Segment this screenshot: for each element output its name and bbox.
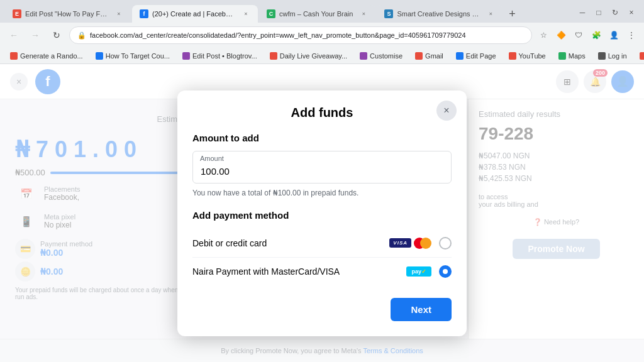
menu-icon[interactable]: ⋮ xyxy=(624,28,639,43)
extensions-icon[interactable]: 🔶 xyxy=(553,28,569,43)
add-funds-modal: Add funds × Amount to add Amount You now… xyxy=(177,90,467,336)
address-bar-row: ← → ↻ 🔒 facebook.com/ad_center/create/co… xyxy=(0,23,644,48)
bookmark-youtube-1[interactable]: YouTube xyxy=(504,51,551,61)
bookmark-label: Log in xyxy=(608,52,627,60)
maximize-button[interactable]: □ xyxy=(591,5,606,20)
tab-2[interactable]: f (20+) Create ad | Facebook × xyxy=(132,5,258,23)
mc-circle-right xyxy=(420,238,431,249)
card-badges: VISA xyxy=(389,238,431,249)
tab-4-title: Smart Creative Designs – Just an... xyxy=(397,10,480,18)
minimize-button[interactable]: ─ xyxy=(575,5,590,20)
bookmark-login[interactable]: Log in xyxy=(593,51,632,61)
tab-2-favicon: f xyxy=(140,9,148,18)
tab-4-close[interactable]: × xyxy=(486,9,495,18)
bookmark-favicon xyxy=(640,52,644,60)
tab-2-close[interactable]: × xyxy=(242,9,250,18)
bookmark-label: Daily Live Giveaway... xyxy=(280,52,347,60)
tab-3[interactable]: C cwfm – Cash Your Brain × xyxy=(259,5,375,23)
bookmark-favicon xyxy=(360,52,367,60)
naira-payment-radio[interactable] xyxy=(439,265,452,278)
bookmark-favicon xyxy=(96,52,103,60)
bookmark-target[interactable]: How To Target Cou... xyxy=(91,51,175,61)
modal-overlay: Add funds × Amount to add Amount You now… xyxy=(0,64,644,362)
amount-section-label: Amount to add xyxy=(192,133,452,143)
profile-icon[interactable]: 👤 xyxy=(606,28,621,43)
payment-section-label: Add payment method xyxy=(192,210,452,221)
bookmark-label: Gmail xyxy=(425,52,443,60)
tab-1[interactable]: E Edit Post "How To Pay For Faceb... × xyxy=(5,5,131,23)
tab-2-title: (20+) Create ad | Facebook xyxy=(152,10,235,18)
address-text: facebook.com/ad_center/create/consolidat… xyxy=(90,31,466,39)
bookmark-gmail-2[interactable]: Gmail xyxy=(635,51,644,61)
bookmark-favicon xyxy=(509,52,516,60)
bookmark-label: YouTube xyxy=(519,52,546,60)
bookmark-favicon xyxy=(270,52,277,60)
bookmark-editpost[interactable]: Edit Post • Blogtrov... xyxy=(177,51,262,61)
tab-3-favicon: C xyxy=(267,9,275,18)
reload-page-button[interactable]: ↻ xyxy=(48,26,65,44)
next-button[interactable]: Next xyxy=(391,298,452,321)
tab-3-title: cwfm – Cash Your Brain xyxy=(279,10,353,18)
bookmark-favicon xyxy=(558,52,566,60)
bookmark-favicon xyxy=(10,52,18,60)
tab-3-close[interactable]: × xyxy=(359,9,368,18)
bookmark-label: Generate a Rando... xyxy=(20,52,83,60)
bookmark-label: Customise xyxy=(370,52,402,60)
window-controls: ─ □ ↻ × xyxy=(575,5,639,23)
bookmark-gmail-1[interactable]: Gmail xyxy=(410,51,448,61)
bookmark-label: Edit Page xyxy=(466,52,496,60)
shield-icon[interactable]: 🛡 xyxy=(571,28,586,43)
bookmark-maps[interactable]: Maps xyxy=(553,51,591,61)
tab-1-favicon: E xyxy=(13,9,21,18)
modal-close-button[interactable]: × xyxy=(436,101,457,121)
naira-payment-label: Naira Payment with MasterCard/VISA xyxy=(192,266,399,277)
bookmark-editpage[interactable]: Edit Page xyxy=(451,51,501,61)
toolbar-icons: ☆ 🔶 🛡 🧩 👤 ⋮ xyxy=(536,28,639,43)
address-bar[interactable]: 🔒 facebook.com/ad_center/create/consolid… xyxy=(69,26,532,44)
bookmark-label: How To Target Cou... xyxy=(106,52,170,60)
tab-1-close[interactable]: × xyxy=(114,9,123,18)
forward-button[interactable]: → xyxy=(26,26,44,44)
facebook-background: × f ⊞ 🔔 200 👤 Estimated 79-228 people re… xyxy=(0,64,644,362)
back-button[interactable]: ← xyxy=(5,26,23,44)
bookmark-favicon xyxy=(456,52,464,60)
naira-card-badges: pay✓ xyxy=(406,266,431,277)
tab-1-title: Edit Post "How To Pay For Faceb... xyxy=(25,10,108,18)
bookmark-icon[interactable]: ☆ xyxy=(536,28,551,43)
close-icon: × xyxy=(443,105,449,116)
tab-4[interactable]: S Smart Creative Designs – Just an... × xyxy=(377,5,502,23)
payment-option-debit[interactable]: Debit or credit card VISA xyxy=(192,229,452,258)
bookmark-label: Edit Post • Blogtrov... xyxy=(192,52,257,60)
reload-button[interactable]: ↻ xyxy=(608,5,623,20)
modal-footer: Next xyxy=(192,298,452,321)
amount-field-label: Amount xyxy=(200,155,224,162)
payment-option-naira[interactable]: Naira Payment with MasterCard/VISA pay✓ xyxy=(192,258,452,285)
modal-title: Add funds xyxy=(192,106,452,120)
bookmarks-bar: Generate a Rando... How To Target Cou...… xyxy=(0,48,644,64)
bookmark-generate[interactable]: Generate a Rando... xyxy=(5,51,88,61)
debit-card-radio[interactable] xyxy=(439,237,452,250)
mastercard-badge xyxy=(414,238,431,249)
bookmark-favicon xyxy=(598,52,606,60)
total-funds-text: You now have a total of ₦100.00 in prepa… xyxy=(192,189,452,197)
tab-bar: E Edit Post "How To Pay For Faceb... × f… xyxy=(0,0,644,23)
bookmark-favicon xyxy=(415,52,423,60)
bookmark-label: Maps xyxy=(569,52,586,60)
browser-chrome: E Edit Post "How To Pay For Faceb... × f… xyxy=(0,0,644,65)
close-button[interactable]: × xyxy=(624,5,639,20)
bookmark-customise[interactable]: Customise xyxy=(355,51,408,61)
new-tab-button[interactable]: + xyxy=(504,6,520,22)
amount-field-wrapper: Amount xyxy=(192,151,452,184)
debit-card-label: Debit or credit card xyxy=(192,238,382,248)
amount-input[interactable] xyxy=(192,151,452,184)
puzzle-icon[interactable]: 🧩 xyxy=(589,28,604,43)
bookmark-favicon xyxy=(182,52,190,60)
paystack-badge: pay✓ xyxy=(406,266,431,277)
bookmark-giveaway[interactable]: Daily Live Giveaway... xyxy=(265,51,352,61)
lock-icon: 🔒 xyxy=(77,31,86,40)
tab-4-favicon: S xyxy=(384,9,393,18)
visa-badge: VISA xyxy=(389,238,411,248)
